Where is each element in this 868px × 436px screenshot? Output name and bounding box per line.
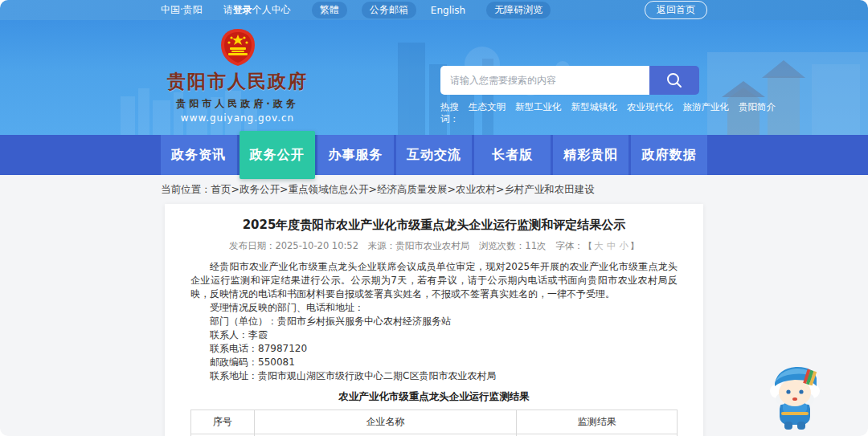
article-paragraph: 受理情况反映的部门、电话和地址：: [190, 301, 678, 315]
hot-search-term[interactable]: 生态文明: [469, 101, 506, 125]
return-home-button[interactable]: 返回首页: [645, 1, 707, 19]
result-table-title: 农业产业化市级重点龙头企业运行监测结果: [190, 390, 678, 404]
article-paragraph: 联系人：李霞: [190, 328, 678, 342]
hot-search-term[interactable]: 贵阳简介: [739, 101, 776, 125]
article-card: 2025年度贵阳市农业产业化市级重点龙头企业运行监测和评定结果公示 发布日期：2…: [165, 204, 703, 436]
mascot-icon: [764, 359, 826, 433]
page: 中国·贵阳 请登录个人中心 繁體 公务邮箱 English 无障碍浏览 返回首页: [0, 0, 868, 436]
font-size-small[interactable]: 小: [619, 240, 628, 251]
english-link[interactable]: English: [431, 5, 465, 16]
breadcrumb-path[interactable]: 首页>政务公开>重点领域信息公开>经济高质量发展>农业农村>乡村产业和农田建设: [211, 183, 595, 197]
article-meta: 发布日期：2025-10-20 10:52 来源：贵阳市农业农村局 浏览次数：1…: [190, 240, 678, 252]
font-size-label: 字体：【: [555, 240, 592, 251]
breadcrumb: 当前位置： 首页>政务公开>重点领域信息公开>经济高质量发展>农业农村>乡村产业…: [0, 175, 868, 204]
font-size-large[interactable]: 大: [594, 240, 604, 251]
hot-search-term[interactable]: 旅游产业化: [683, 101, 730, 125]
monitoring-result-table: 序号 企业名称 监测结果 1 贵州合力超市采购有限公司 合格 2 贵州友禾种业有…: [190, 410, 678, 436]
region-link[interactable]: 中国·贵阳: [161, 3, 203, 17]
hot-search-bar: 热搜词： 生态文明 新型工业化 新型城镇化 农业现代化 旅游产业化 贵阳简介: [440, 101, 699, 125]
nav-item-banshi-fuwu[interactable]: 办事服务: [317, 135, 394, 175]
article-paragraph: 经贵阳市农业产业化市级重点龙头企业联席会议成员单位审定，现对2025年开展的农业…: [190, 260, 678, 301]
accessibility-link[interactable]: 无障碍浏览: [486, 2, 551, 18]
article-body: 经贵阳市农业产业化市级重点龙头企业联席会议成员单位审定，现对2025年开展的农业…: [190, 260, 678, 383]
national-emblem-icon: [219, 28, 256, 67]
breadcrumb-label: 当前位置：: [161, 183, 211, 197]
article-paragraph: 联系电话：87987120: [190, 342, 678, 356]
nav-item-zhengfu-shuju[interactable]: 政府数据: [631, 135, 707, 175]
site-logo-block[interactable]: 贵阳市人民政府 贵阳市人民政府·政务 www.guiyang.gov.cn: [167, 20, 308, 124]
font-size-medium[interactable]: 中: [607, 240, 616, 251]
hot-search-label: 热搜词：: [440, 101, 459, 125]
nav-item-zhangzheban[interactable]: 长者版: [474, 135, 551, 175]
header-serial-number: 序号: [191, 410, 255, 434]
article-paragraph: 部门（单位）：贵阳市乡村振兴服务中心农村经济服务站: [190, 315, 678, 328]
nav-item-hudong-jiaoliu[interactable]: 互动交流: [396, 135, 473, 175]
font-size-label-end: 】: [630, 240, 640, 251]
site-url: www.guiyang.gov.cn: [181, 112, 294, 124]
header-monitor-result: 监测结果: [517, 410, 678, 434]
site-subtitle: 贵阳市人民政府·政务: [176, 97, 299, 111]
main-navigation: 政务资讯 政务公开 办事服务 互动交流 长者版 精彩贵阳 政府数据: [0, 135, 868, 175]
search-icon: [665, 71, 683, 89]
search-area: 热搜词： 生态文明 新型工业化 新型城镇化 农业现代化 旅游产业化 贵阳简介: [440, 66, 699, 125]
article-paragraph: 联系地址：贵阳市观山湖区市级行政中心二期C区贵阳市农业农村局: [190, 369, 678, 383]
header-company-name: 企业名称: [254, 410, 517, 434]
site-title: 贵阳市人民政府: [167, 69, 308, 94]
login-pre: 请: [223, 4, 233, 15]
login-bold: 登录: [233, 4, 252, 15]
search-input[interactable]: [440, 66, 649, 95]
top-utility-bar: 中国·贵阳 请登录个人中心 繁體 公务邮箱 English 无障碍浏览 返回首页: [0, 0, 868, 20]
view-count: 浏览次数：11次: [479, 240, 547, 251]
site-banner: 贵阳市人民政府 贵阳市人民政府·政务 www.guiyang.gov.cn 热搜…: [0, 20, 868, 135]
article-title: 2025年度贵阳市农业产业化市级重点龙头企业运行监测和评定结果公示: [190, 217, 678, 233]
publish-date: 发布日期：2025-10-20 10:52: [229, 240, 358, 251]
search-button[interactable]: [649, 66, 699, 95]
nav-item-zhengwu-gongkai[interactable]: 政务公开: [240, 131, 316, 179]
official-mail-link[interactable]: 公务邮箱: [362, 2, 416, 18]
assistant-mascot[interactable]: [764, 359, 826, 433]
hot-search-term[interactable]: 农业现代化: [627, 101, 674, 125]
nav-item-jingcai-guiyang[interactable]: 精彩贵阳: [553, 135, 629, 175]
hot-search-term[interactable]: 新型工业化: [515, 101, 562, 125]
article-source: 来源：贵阳市农业农村局: [368, 240, 470, 251]
article-paragraph: 邮政编码：550081: [190, 356, 678, 369]
login-post: 个人中心: [252, 4, 291, 15]
nav-item-zhengwu-zixun[interactable]: 政务资讯: [161, 135, 237, 175]
login-link[interactable]: 请登录个人中心: [223, 3, 291, 17]
table-header-row: 序号 企业名称 监测结果: [191, 410, 678, 434]
traditional-chinese-link[interactable]: 繁體: [312, 2, 347, 18]
hot-search-term[interactable]: 新型城镇化: [571, 101, 618, 125]
